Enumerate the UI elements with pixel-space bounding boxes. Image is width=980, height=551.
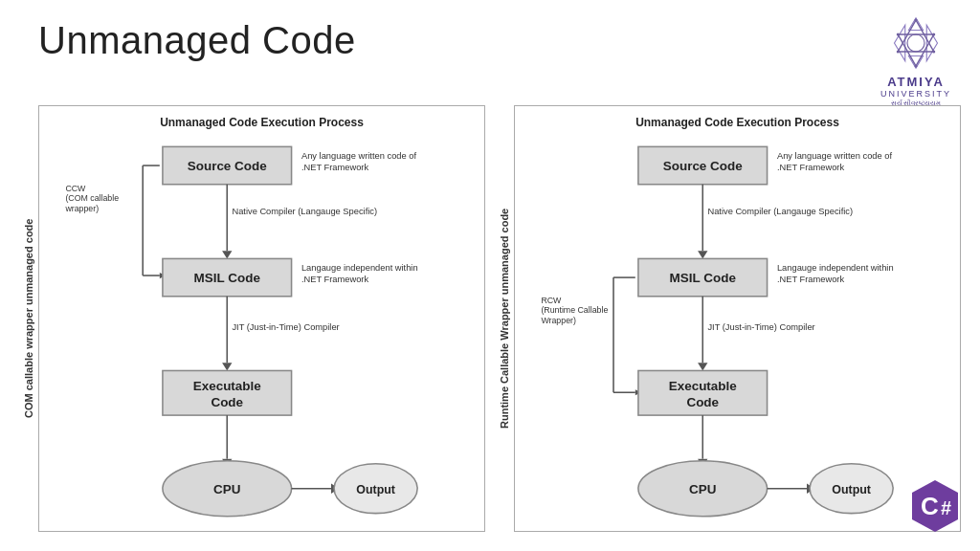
csharp-logo-icon: C # [907, 478, 963, 534]
svg-text:.NET Framework: .NET Framework [777, 163, 845, 172]
right-side-label: Runtime Callable Wrapper unmanaged code [495, 105, 514, 532]
svg-text:#: # [941, 497, 951, 518]
svg-marker-64 [698, 363, 707, 370]
left-diagram-wrapper: COM callable wrapper unmanaged code Unma… [19, 105, 485, 532]
left-diagram-svg: Source Code Any language written code of… [47, 137, 477, 523]
svg-text:.NET Framework: .NET Framework [301, 275, 369, 284]
svg-text:RCW: RCW [541, 296, 562, 305]
right-diagram-panel: Unmanaged Code Execution Process Source … [514, 105, 961, 532]
svg-marker-4 [898, 20, 934, 52]
svg-marker-25 [222, 251, 232, 258]
right-diagram-title: Unmanaged Code Execution Process [635, 116, 839, 129]
svg-marker-32 [222, 363, 232, 370]
svg-point-12 [932, 51, 935, 54]
svg-text:CCW: CCW [65, 184, 86, 193]
svg-point-7 [914, 19, 917, 22]
left-diagram-panel: Unmanaged Code Execution Process Source … [38, 105, 485, 532]
svg-text:Native Compiler (Langauge Spec: Native Compiler (Langauge Specific) [707, 207, 853, 216]
page-title: Unmanaged Code [38, 19, 356, 62]
svg-text:Any language written code of: Any language written code of [301, 151, 417, 161]
svg-text:JIT (Just-in-Time) Compiler: JIT (Just-in-Time) Compiler [232, 322, 339, 332]
svg-text:JIT (Just-in-Time) Compiler: JIT (Just-in-Time) Compiler [707, 322, 814, 332]
svg-text:CPU: CPU [689, 482, 716, 496]
svg-text:Native Compiler (Langauge Spec: Native Compiler (Langauge Specific) [232, 207, 377, 216]
svg-point-8 [914, 65, 917, 68]
csharp-logo: C # [907, 478, 963, 534]
left-diagram-title: Unmanaged Code Execution Process [160, 116, 364, 129]
university-sub: UNIVERSITY [880, 89, 951, 99]
svg-text:Code: Code [211, 395, 243, 409]
svg-text:.NET Framework: .NET Framework [777, 275, 845, 284]
svg-text:Langauge independent within: Langauge independent within [301, 263, 418, 273]
left-side-label: COM callable wrapper unmanaged code [19, 105, 38, 532]
svg-text:Langauge independent within: Langauge independent within [777, 263, 894, 273]
university-name: ATMIYA [887, 75, 945, 89]
svg-text:MSIL Code: MSIL Code [670, 271, 737, 285]
logo-area: ATMIYA UNIVERSITY સૂર્ય સૌવ્રૃષ્ટ્યયમ્ [880, 14, 951, 107]
svg-point-11 [897, 51, 900, 54]
svg-text:Executable: Executable [193, 379, 262, 393]
svg-text:Output: Output [356, 483, 395, 496]
svg-marker-5 [898, 34, 934, 66]
university-logo-icon [887, 14, 945, 72]
svg-text:Output: Output [832, 483, 871, 496]
svg-text:Code: Code [686, 395, 719, 409]
svg-marker-50 [698, 251, 707, 258]
svg-text:Source Code: Source Code [188, 159, 267, 173]
svg-text:MSIL Code: MSIL Code [194, 271, 261, 285]
svg-text:C: C [921, 492, 939, 520]
svg-text:(COM callable: (COM callable [65, 193, 119, 203]
right-diagram-svg: Source Code Any language written code of… [523, 137, 952, 523]
svg-text:Wrapper): Wrapper) [541, 316, 576, 325]
content-area: COM callable wrapper unmanaged code Unma… [19, 105, 961, 532]
svg-text:CPU: CPU [213, 482, 240, 496]
svg-text:Executable: Executable [669, 379, 738, 393]
svg-text:Any language written code of: Any language written code of [777, 151, 893, 161]
right-diagram-wrapper: Runtime Callable Wrapper unmanaged code … [495, 105, 961, 532]
svg-text:Source Code: Source Code [663, 159, 743, 173]
svg-point-9 [897, 33, 900, 36]
svg-point-10 [932, 33, 935, 36]
svg-text:.NET Framework: .NET Framework [301, 163, 369, 172]
svg-point-6 [907, 34, 924, 52]
svg-text:wrapper): wrapper) [64, 204, 99, 213]
svg-text:(Runtime Callable: (Runtime Callable [541, 305, 608, 315]
